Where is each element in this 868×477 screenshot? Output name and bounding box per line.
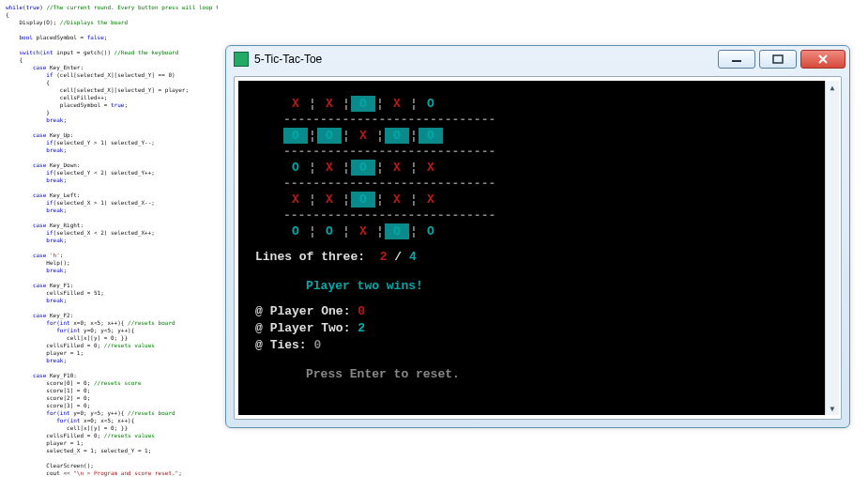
board-cell: O [283, 223, 308, 239]
board-sep: ¦ [342, 192, 351, 208]
p1-label: Player One: [270, 304, 351, 318]
board-cell: X [385, 96, 409, 112]
board-sep: ¦ [342, 223, 351, 239]
board-cell: O [385, 223, 409, 239]
board-sep: ¦ [308, 96, 317, 112]
board-cell: X [317, 96, 342, 112]
board-cell: O [283, 160, 308, 176]
board-cell: X [419, 192, 443, 208]
maximize-button[interactable] [759, 50, 797, 69]
board-hline: ----------------------------- [283, 208, 809, 223]
board-cell: X [385, 192, 409, 208]
board-cell: X [283, 96, 308, 112]
game-window: 5-Tic-Tac-Toe X¦X¦O¦X¦O-----------------… [225, 45, 850, 428]
board-cell: O [317, 223, 342, 239]
board-cell: O [317, 128, 342, 144]
board-sep: ¦ [409, 128, 419, 144]
board-hline: ----------------------------- [283, 112, 809, 128]
board-cell: X [283, 192, 308, 208]
bullet-icon: @ [255, 304, 263, 318]
board-sep: ¦ [308, 160, 317, 176]
board-cell: O [419, 96, 443, 112]
ties-value: 0 [313, 338, 321, 352]
close-icon [817, 54, 829, 64]
app-icon [234, 52, 249, 67]
board-sep: ¦ [342, 160, 351, 176]
board-hline: ----------------------------- [283, 176, 809, 192]
window-client-area: X¦X¦O¦X¦O-----------------------------O¦… [234, 76, 842, 420]
lines-label: Lines of three: [255, 250, 365, 264]
board-cell: O [283, 128, 308, 144]
board-sep: ¦ [308, 192, 317, 208]
result-text: Player two wins! [306, 278, 809, 294]
titlebar[interactable]: 5-Tic-Tac-Toe [226, 46, 849, 72]
bullet-icon: @ [255, 321, 263, 335]
board-cell: O [351, 192, 375, 208]
game-board: X¦X¦O¦X¦O-----------------------------O¦… [283, 96, 809, 239]
board-sep: ¦ [342, 96, 351, 112]
bullet-icon: @ [255, 338, 263, 352]
board-sep: ¦ [375, 223, 385, 239]
board-cell: O [419, 223, 443, 239]
board-hline: ----------------------------- [283, 144, 809, 160]
board-sep: ¦ [375, 128, 385, 144]
lines-p1: 2 [380, 250, 388, 264]
board-cell: X [351, 223, 375, 239]
vertical-scrollbar[interactable]: ▲ ▼ [825, 81, 839, 415]
scroll-down-button[interactable]: ▼ [826, 402, 839, 415]
board-sep: ¦ [375, 160, 385, 176]
board-cell: O [351, 160, 375, 176]
minimize-button[interactable] [718, 50, 755, 69]
board-sep: ¦ [409, 192, 419, 208]
scroll-up-button[interactable]: ▲ [826, 81, 839, 94]
p1-value: 0 [358, 304, 365, 318]
lines-sep: / [394, 250, 402, 264]
lines-p2: 4 [409, 250, 417, 264]
board-sep: ¦ [308, 223, 317, 239]
board-cell: X [419, 160, 443, 176]
board-cell: X [385, 160, 409, 176]
console-output[interactable]: X¦X¦O¦X¦O-----------------------------O¦… [238, 81, 826, 415]
scoreboard: @ Player One: 0 @ Player Two: 2 @ Ties: … [255, 303, 809, 353]
code-editor-pane[interactable]: while(true) //The current round. Every b… [0, 0, 218, 477]
board-cell: X [317, 160, 342, 176]
board-sep: ¦ [375, 96, 385, 112]
board-sep: ¦ [409, 160, 419, 176]
board-sep: ¦ [308, 128, 317, 144]
board-sep: ¦ [409, 96, 419, 112]
press-enter-prompt: Press Enter to reset. [306, 366, 809, 382]
p2-label: Player Two: [270, 321, 351, 335]
close-button[interactable] [800, 50, 845, 69]
board-sep: ¦ [342, 128, 351, 144]
board-cell: O [419, 128, 443, 144]
minimize-icon [731, 54, 742, 64]
board-sep: ¦ [409, 223, 419, 239]
maximize-icon [772, 54, 784, 64]
board-cell: O [351, 96, 375, 112]
board-cell: X [317, 192, 342, 208]
ties-label: Ties: [270, 338, 307, 352]
board-cell: X [351, 128, 375, 144]
board-cell: O [385, 128, 409, 144]
p2-value: 2 [358, 321, 365, 335]
svg-rect-1 [773, 55, 783, 63]
window-title: 5-Tic-Tac-Toe [254, 53, 714, 66]
board-sep: ¦ [375, 192, 385, 208]
